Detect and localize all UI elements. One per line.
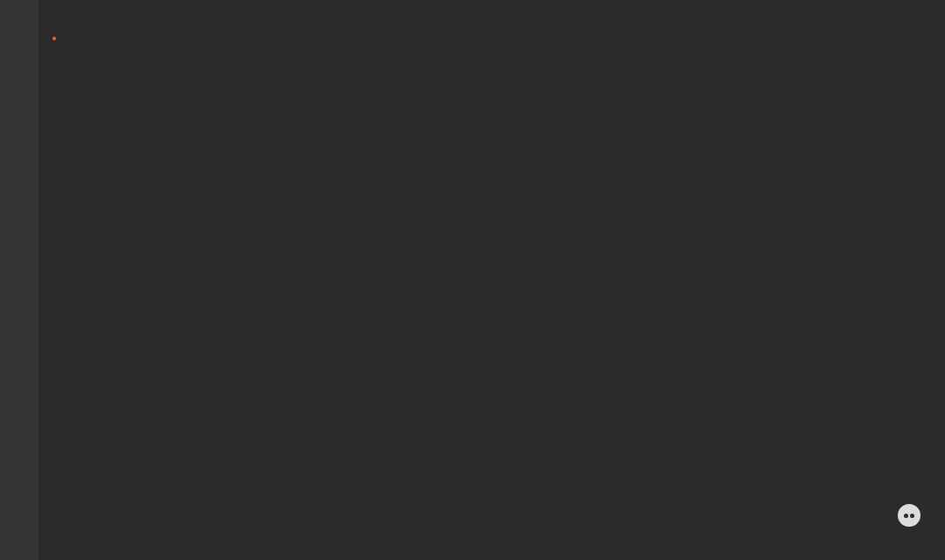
line-number-gutter (0, 0, 38, 560)
wechat-icon (898, 504, 920, 527)
code-editor (0, 0, 945, 560)
code-area[interactable] (38, 0, 945, 560)
watermark (898, 504, 926, 527)
highlight-box (52, 37, 56, 40)
